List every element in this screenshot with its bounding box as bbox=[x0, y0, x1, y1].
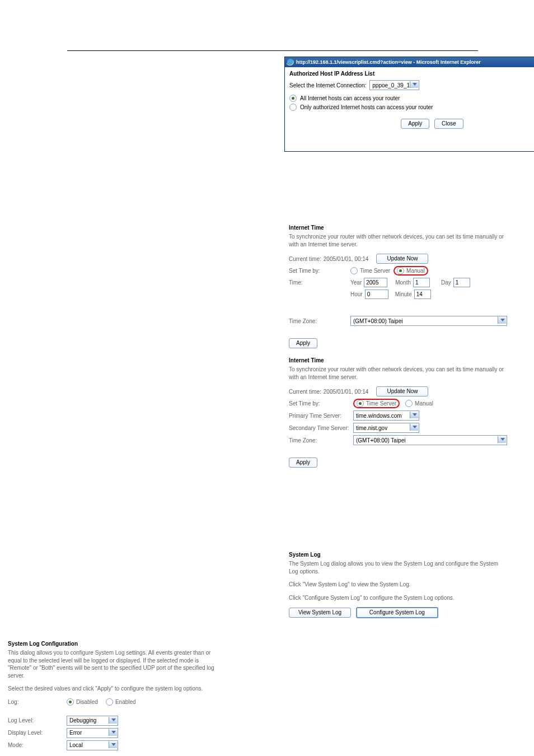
hour-label: Hour bbox=[350, 291, 363, 297]
system-log-panel: System Log The System Log dialog allows … bbox=[289, 552, 507, 618]
panel-instr: Select the desired values and click "App… bbox=[8, 685, 215, 693]
log-level-label: Log Level: bbox=[8, 717, 67, 724]
display-level-label: Display Level: bbox=[8, 730, 67, 736]
internet-time-manual-panel: Internet Time To synchronize your router… bbox=[289, 225, 507, 348]
mode-value: Local bbox=[69, 742, 83, 748]
timezone-select[interactable]: (GMT+08:00) Taipei bbox=[350, 316, 507, 326]
current-time-label: Current time: bbox=[289, 256, 321, 262]
radio-manual-label: Manual bbox=[406, 268, 425, 274]
year-input[interactable]: 2005 bbox=[364, 278, 387, 287]
syslog-line1: Click "View System Log" to view the Syst… bbox=[289, 581, 507, 589]
view-system-log-button[interactable]: View System Log bbox=[289, 608, 351, 618]
ie-title: http://192.168.1.1/viewscriplist.cmd?act… bbox=[286, 59, 481, 66]
panel-heading: Internet Time bbox=[289, 225, 507, 231]
ie-window: http://192.168.1.1/viewscriplist.cmd?act… bbox=[284, 57, 534, 152]
chevron-down-icon bbox=[413, 426, 417, 428]
primary-server-label: Primary Time Server: bbox=[289, 413, 353, 419]
radio-time-server[interactable] bbox=[357, 400, 364, 407]
mode-label: Mode: bbox=[8, 742, 67, 748]
radio-authorized-hosts-label: Only authorized Internet hosts can acces… bbox=[300, 104, 433, 110]
timezone-value: (GMT+08:00) Taipei bbox=[353, 318, 402, 324]
chevron-down-icon bbox=[111, 718, 116, 721]
minute-input[interactable]: 14 bbox=[414, 290, 431, 299]
secondary-server-value: time.nist.gov bbox=[356, 425, 387, 431]
radio-manual[interactable] bbox=[405, 400, 413, 407]
day-input[interactable]: 1 bbox=[453, 278, 470, 287]
log-label: Log: bbox=[8, 699, 67, 705]
display-level-value: Error bbox=[69, 730, 82, 736]
set-time-label: Set Time by: bbox=[289, 400, 353, 407]
select-value: pppoe_0_39_1 bbox=[372, 82, 410, 88]
time-label: Time: bbox=[289, 279, 350, 286]
panel-heading: System Log bbox=[289, 552, 507, 558]
mode-select[interactable]: Local bbox=[67, 740, 118, 750]
set-time-label: Set Time by: bbox=[289, 268, 350, 274]
radio-disabled-label: Disabled bbox=[76, 699, 98, 705]
chevron-down-icon bbox=[413, 83, 417, 86]
syslog-line2: Click "Configure System Log" to configur… bbox=[289, 594, 507, 602]
highlight-manual: Manual bbox=[394, 266, 428, 276]
radio-manual-label: Manual bbox=[415, 400, 433, 407]
radio-disabled[interactable] bbox=[67, 698, 74, 706]
configure-system-log-button[interactable]: Configure System Log bbox=[356, 607, 438, 618]
month-label: Month bbox=[395, 279, 411, 286]
display-level-select[interactable]: Error bbox=[67, 728, 118, 738]
timezone-value: (GMT+08:00) Taipei bbox=[356, 437, 405, 444]
panel-desc: To synchronize your router with other ne… bbox=[289, 366, 507, 381]
current-time-label: Current time: bbox=[289, 389, 321, 395]
primary-server-value: time.windows.com bbox=[356, 413, 402, 419]
secondary-server-label: Secondary Time Server: bbox=[289, 425, 353, 431]
chevron-down-icon bbox=[413, 413, 417, 416]
log-level-value: Debugging bbox=[69, 717, 96, 724]
panel-desc: The System Log dialog allows you to view… bbox=[289, 560, 507, 575]
radio-time-server[interactable] bbox=[350, 267, 358, 274]
timezone-label: Time Zone: bbox=[289, 437, 353, 444]
timezone-label: Time Zone: bbox=[289, 318, 350, 324]
current-time-value: 2005/01/01, 00:14 bbox=[324, 256, 369, 262]
radio-manual[interactable] bbox=[397, 267, 404, 274]
timezone-select[interactable]: (GMT+08:00) Taipei bbox=[353, 435, 507, 445]
secondary-server-select[interactable]: time.nist.gov bbox=[353, 423, 419, 433]
log-level-select[interactable]: Debugging bbox=[67, 716, 118, 726]
header-rule bbox=[67, 50, 478, 51]
system-log-config-panel: System Log Configuration This dialog all… bbox=[8, 641, 215, 756]
update-now-button[interactable]: Update Now bbox=[376, 254, 428, 264]
radio-all-hosts-label: All Internet hosts can access your route… bbox=[300, 95, 400, 101]
ie-title-text: http://192.168.1.1/viewscriplist.cmd?act… bbox=[296, 59, 481, 65]
apply-button[interactable]: Apply bbox=[289, 338, 317, 348]
chevron-down-icon bbox=[500, 438, 505, 441]
primary-server-select[interactable]: time.windows.com bbox=[353, 410, 419, 421]
ie-heading: Authorized Host IP Address List bbox=[289, 71, 534, 77]
radio-time-server-label: Time Server bbox=[366, 400, 396, 407]
ie-select-label: Select the Internet Connection: bbox=[289, 82, 366, 88]
radio-authorized-hosts[interactable] bbox=[289, 104, 297, 111]
radio-enabled[interactable] bbox=[106, 698, 113, 706]
chevron-down-icon bbox=[111, 731, 116, 734]
update-now-button[interactable]: Update Now bbox=[376, 386, 428, 396]
highlight-time-server: Time Server bbox=[353, 399, 400, 408]
ie-titlebar: http://192.168.1.1/viewscriplist.cmd?act… bbox=[285, 57, 534, 67]
apply-button[interactable]: Apply bbox=[289, 458, 317, 468]
radio-time-server-label: Time Server bbox=[360, 268, 390, 274]
minute-label: Minute bbox=[395, 291, 412, 297]
panel-desc: To synchronize your router with other ne… bbox=[289, 233, 507, 248]
year-label: Year bbox=[350, 279, 362, 286]
panel-desc: This dialog allows you to configure Syst… bbox=[8, 649, 215, 679]
month-input[interactable]: 1 bbox=[413, 278, 430, 287]
close-button-2[interactable]: Close bbox=[434, 119, 463, 129]
day-label: Day bbox=[441, 279, 451, 286]
radio-enabled-label: Enabled bbox=[115, 699, 136, 705]
apply-button[interactable]: Apply bbox=[401, 119, 429, 129]
radio-all-hosts[interactable] bbox=[289, 95, 297, 102]
chevron-down-icon bbox=[111, 743, 116, 746]
current-time-value: 2005/01/01, 00:14 bbox=[324, 389, 369, 395]
panel-heading: Internet Time bbox=[289, 357, 507, 363]
hour-input[interactable]: 0 bbox=[365, 290, 388, 299]
chevron-down-icon bbox=[500, 319, 505, 321]
internet-time-server-panel: Internet Time To synchronize your router… bbox=[289, 357, 507, 468]
ie-logo-icon bbox=[287, 59, 294, 66]
panel-heading: System Log Configuration bbox=[8, 641, 215, 647]
internet-connection-select[interactable]: pppoe_0_39_1 bbox=[369, 80, 419, 90]
